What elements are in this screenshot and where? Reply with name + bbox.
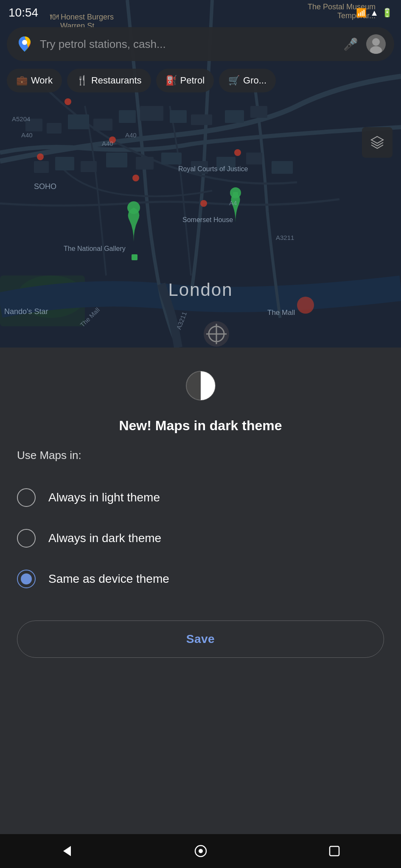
category-work[interactable]: 💼 Work — [7, 69, 62, 92]
category-restaurants[interactable]: 🍴 Restaurants — [67, 69, 151, 92]
map-label-soho: SOHO — [34, 182, 56, 191]
category-groceries-label: Gro... — [243, 75, 266, 86]
svg-point-40 — [372, 38, 380, 46]
radio-label-dark: Always in dark theme — [48, 531, 161, 545]
svg-rect-16 — [106, 153, 127, 167]
svg-rect-37 — [233, 192, 238, 197]
svg-rect-8 — [140, 106, 163, 121]
category-groceries[interactable]: 🛒 Gro... — [219, 69, 276, 92]
svg-rect-7 — [119, 110, 136, 123]
svg-rect-18 — [161, 153, 182, 164]
svg-point-35 — [297, 297, 314, 314]
category-restaurants-label: Restaurants — [91, 75, 142, 86]
road-label-a40-2: A40 — [102, 140, 113, 147]
wifi-icon: ▲ — [370, 8, 379, 18]
search-bar[interactable]: Try petrol stations, cash... 🎤 — [7, 27, 394, 61]
groceries-icon: 🛒 — [228, 75, 240, 86]
svg-point-46 — [199, 849, 203, 853]
save-button-label: Save — [186, 632, 215, 646]
user-avatar[interactable] — [366, 34, 386, 54]
status-icons: 📶 ▲ 🔋 — [356, 8, 393, 18]
maps-logo — [15, 35, 34, 53]
svg-point-24 — [132, 175, 139, 181]
theme-icon-wrapper — [184, 369, 218, 403]
radio-options: Always in light theme Always in dark the… — [17, 477, 384, 599]
radio-label-device: Same as device theme — [48, 572, 169, 586]
svg-point-38 — [22, 40, 27, 45]
status-time: 10:54 — [8, 6, 38, 19]
signal-icon: 📶 — [356, 8, 367, 18]
battery-icon: 🔋 — [382, 8, 393, 18]
work-icon: 💼 — [16, 75, 28, 86]
home-button[interactable] — [184, 834, 218, 868]
svg-rect-13 — [34, 161, 49, 173]
category-work-label: Work — [31, 75, 53, 86]
map-label-somerset: Somerset House — [182, 216, 233, 224]
road-label-a40-3: A40 — [125, 131, 137, 139]
radio-circle-light — [17, 488, 36, 507]
road-label-a4: A4 — [229, 199, 237, 206]
search-placeholder: Try petrol stations, cash... — [40, 38, 335, 51]
svg-rect-14 — [55, 157, 74, 170]
svg-rect-10 — [191, 114, 212, 125]
svg-rect-36 — [132, 254, 137, 260]
radio-inner-device — [21, 573, 32, 584]
svg-rect-11 — [225, 110, 244, 123]
svg-marker-42 — [371, 136, 383, 143]
petrol-icon: ⛽ — [165, 75, 177, 86]
road-label-a3211-1: A3211 — [276, 234, 294, 241]
svg-point-28 — [234, 149, 241, 156]
radio-option-light[interactable]: Always in light theme — [17, 477, 384, 518]
recents-button[interactable] — [317, 834, 351, 868]
svg-rect-9 — [170, 110, 187, 123]
road-label-a40-1: A40 — [21, 131, 33, 139]
svg-rect-21 — [246, 153, 262, 164]
svg-point-26 — [64, 98, 71, 105]
back-button[interactable] — [50, 834, 84, 868]
radio-circle-device — [17, 570, 36, 588]
map-label-roj: Royal Courts of Justice — [178, 165, 248, 173]
category-petrol-label: Petrol — [180, 75, 205, 86]
svg-marker-44 — [63, 846, 71, 856]
radio-circle-dark — [17, 529, 36, 548]
bottom-sheet-title: New! Maps in dark theme — [119, 418, 282, 434]
map-label-london: London — [168, 280, 233, 300]
map-label-natgallery: The National Gallery — [64, 245, 126, 253]
mic-icon[interactable]: 🎤 — [341, 34, 360, 54]
svg-rect-15 — [81, 161, 97, 172]
road-label-a5204: A5204 — [12, 115, 30, 122]
svg-point-27 — [37, 153, 44, 160]
svg-rect-12 — [250, 106, 267, 118]
svg-point-25 — [200, 200, 207, 207]
restaurants-icon: 🍴 — [76, 75, 88, 86]
map-label-palace: Nando's Star — [4, 307, 48, 316]
status-bar: 10:54 📶 ▲ 🔋 — [0, 0, 401, 25]
map-label-nandos: The Mall — [267, 309, 295, 317]
radio-option-dark[interactable]: Always in dark theme — [17, 518, 384, 559]
svg-rect-6 — [93, 119, 112, 131]
svg-rect-5 — [68, 114, 89, 129]
nav-bar — [0, 834, 401, 868]
category-bar: 💼 Work 🍴 Restaurants ⛽ Petrol 🛒 Gro... — [7, 67, 401, 94]
svg-rect-4 — [47, 123, 62, 134]
svg-rect-47 — [330, 846, 339, 856]
bottom-sheet-subtitle: Use Maps in: — [17, 449, 81, 462]
map-layer-button[interactable] — [362, 127, 393, 158]
save-button[interactable]: Save — [17, 620, 384, 658]
radio-label-light: Always in light theme — [48, 491, 160, 504]
svg-rect-17 — [136, 157, 154, 170]
radio-option-device[interactable]: Same as device theme — [17, 559, 384, 599]
bottom-sheet: New! Maps in dark theme Use Maps in: Alw… — [0, 348, 401, 834]
svg-rect-22 — [272, 161, 293, 174]
category-petrol[interactable]: ⛽ Petrol — [156, 69, 214, 92]
svg-point-29 — [127, 201, 140, 214]
